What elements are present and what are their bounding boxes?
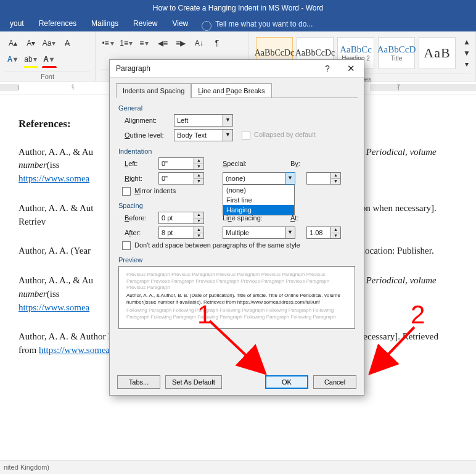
before-label: Before: (125, 214, 158, 222)
multilevel-icon[interactable]: ≡▾ (137, 36, 152, 51)
outline-level-combo[interactable]: Body Text▼ (174, 129, 233, 141)
font-shrink-icon[interactable]: A▾ (23, 36, 38, 51)
alignment-label: Alignment: (125, 117, 174, 124)
chevron-down-icon[interactable]: ▼ (285, 227, 295, 239)
style-subtitle[interactable]: AaB (419, 37, 456, 69)
before-spinner[interactable]: 0 pt▲▼ (158, 212, 204, 224)
styles-scroll-up-icon[interactable]: ▲ (459, 37, 474, 47)
spin-up-icon[interactable]: ▲ (194, 212, 203, 218)
dialog-help-button[interactable]: ? (318, 60, 337, 77)
special-label: Special: (223, 160, 290, 167)
decrease-indent-icon[interactable]: ◀≡ (155, 36, 170, 51)
at-spinner[interactable]: 1.08▲▼ (306, 227, 341, 239)
collapsed-checkbox: Collapsed by default (242, 131, 316, 139)
tab-indents-spacing[interactable]: Indents and Spacing (116, 83, 191, 98)
spin-down-icon[interactable]: ▼ (194, 164, 203, 170)
window-title: How to Create a Hanging Indent in MS Wor… (0, 0, 476, 16)
section-preview: Preview (118, 256, 364, 264)
mirror-indents-checkbox[interactable]: Mirror indents (122, 187, 176, 196)
ribbon-tab-row: yout References Mailings Review View Tel… (0, 16, 476, 31)
chevron-down-icon[interactable]: ▼ (223, 129, 233, 141)
lightbulb-icon (202, 21, 211, 31)
increase-indent-icon[interactable]: ≡▶ (173, 36, 188, 51)
text-effects-icon[interactable]: A▾ (6, 52, 20, 67)
spin-up-icon[interactable]: ▲ (194, 173, 203, 179)
preview-pane: Previous Paragraph Previous Paragraph Pr… (118, 266, 355, 329)
section-general: General (118, 104, 364, 112)
after-spinner[interactable]: 8 pt▲▼ (158, 227, 204, 239)
paragraph-dialog: Paragraph ? ✕ Indents and Spacing Line a… (109, 59, 364, 396)
spin-up-icon[interactable]: ▲ (331, 227, 340, 233)
spin-down-icon[interactable]: ▼ (194, 218, 203, 224)
after-label: After: (125, 229, 158, 236)
indent-left-label: Left: (125, 160, 158, 167)
tab-line-page-breaks[interactable]: Line and Page Breaks (191, 83, 271, 98)
tell-me-input[interactable]: Tell me what you want to do... (215, 20, 313, 28)
numbering-icon[interactable]: 1≡▾ (119, 36, 134, 51)
special-option-firstline[interactable]: First line (223, 195, 294, 205)
special-dropdown: (none) First line Hanging (223, 185, 295, 215)
spin-down-icon[interactable]: ▼ (194, 233, 203, 239)
ribbon-tab-layout[interactable]: yout (2, 16, 31, 31)
bullets-icon[interactable]: •≡▾ (101, 36, 116, 51)
ribbon-tab-mailings[interactable]: Mailings (84, 16, 126, 31)
show-marks-icon[interactable]: ¶ (210, 36, 224, 51)
dont-add-space-checkbox[interactable]: Don't add space between paragraphs of th… (122, 241, 300, 250)
section-indentation: Indentation (118, 148, 364, 155)
spin-down-icon[interactable]: ▼ (331, 179, 340, 185)
indent-right-spinner[interactable]: 0"▲▼ (158, 172, 204, 185)
special-combo[interactable]: (none)▼ (none) First line Hanging (223, 172, 295, 185)
reference-link[interactable]: https://www.somea (18, 173, 89, 183)
spin-down-icon[interactable]: ▼ (331, 233, 340, 239)
indent-left-spinner[interactable]: 0"▲▼ (158, 157, 204, 170)
ribbon-tab-review[interactable]: Review (126, 16, 165, 31)
chevron-down-icon[interactable]: ▼ (285, 172, 295, 185)
spin-down-icon[interactable]: ▼ (194, 179, 203, 185)
spin-up-icon[interactable]: ▲ (331, 173, 340, 179)
special-option-none[interactable]: (none) (223, 185, 294, 195)
cancel-button[interactable]: Cancel (313, 375, 356, 389)
by-spinner[interactable]: ▲▼ (306, 172, 341, 185)
ribbon-tab-references[interactable]: References (31, 16, 84, 31)
clear-formatting-icon[interactable]: A̶ (60, 36, 75, 51)
chevron-down-icon[interactable]: ▼ (223, 114, 233, 127)
styles-more-icon[interactable]: ▾ (459, 59, 474, 69)
spin-up-icon[interactable]: ▲ (194, 158, 203, 164)
group-label-font: Font (5, 71, 90, 81)
dialog-title-bar[interactable]: Paragraph ? ✕ (110, 60, 364, 78)
style-title[interactable]: AaBbCcDTitle (378, 37, 415, 69)
set-default-button[interactable]: Set As Default (165, 375, 222, 389)
reference-link[interactable]: https://www.somea (18, 302, 89, 312)
font-color-icon[interactable]: A▾ (42, 52, 57, 68)
tabs-button[interactable]: Tabs... (117, 375, 160, 389)
status-bar: nited Kingdom) (0, 460, 476, 474)
dialog-title: Paragraph (116, 64, 150, 73)
highlight-icon[interactable]: ab▾ (23, 52, 38, 68)
ribbon-tab-view[interactable]: View (165, 16, 195, 31)
line-spacing-combo[interactable]: Multiple▼ (223, 227, 295, 239)
by-label: By: (290, 160, 315, 167)
styles-scroll-down-icon[interactable]: ▼ (459, 48, 474, 58)
spin-up-icon[interactable]: ▲ (194, 227, 203, 233)
sort-icon[interactable]: A↓ (192, 36, 207, 51)
dialog-close-button[interactable]: ✕ (339, 60, 363, 77)
outline-level-label: Outline level: (125, 131, 174, 139)
font-grow-icon[interactable]: A▴ (6, 36, 20, 51)
change-case-icon[interactable]: Aa▾ (42, 36, 57, 51)
alignment-combo[interactable]: Left▼ (174, 114, 233, 127)
ok-button[interactable]: OK (265, 375, 308, 389)
indent-right-label: Right: (125, 175, 158, 182)
special-option-hanging[interactable]: Hanging (223, 205, 294, 215)
